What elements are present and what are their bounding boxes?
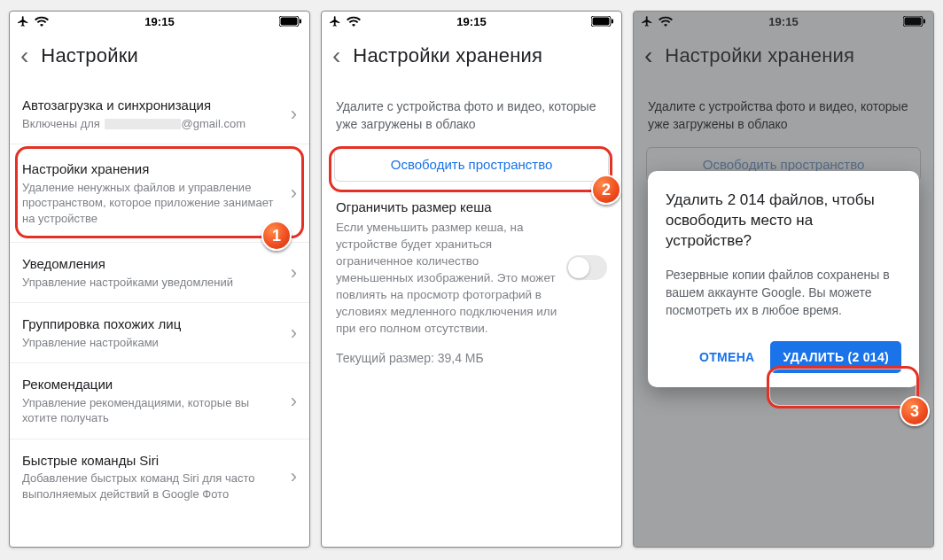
svg-rect-4: [592, 18, 609, 26]
item-face-grouping[interactable]: Группировка похожих лиц Управление настр…: [10, 303, 309, 363]
status-bar: 19:15: [322, 12, 621, 31]
item-sub: Включены для @gmail.com: [22, 116, 282, 132]
svg-rect-5: [612, 19, 613, 24]
item-storage-settings[interactable]: Настройки хранения Удаление ненужных фай…: [10, 144, 309, 243]
cache-limit-title: Ограничить размер кеша: [322, 199, 621, 218]
status-time: 19:15: [424, 15, 518, 28]
info-text: Удалите с устройства фото и видео, котор…: [322, 84, 621, 138]
delete-confirmation-dialog: Удалить 2 014 файлов, чтобы освободить м…: [648, 171, 919, 387]
airplane-icon: [329, 15, 341, 27]
settings-list: Автозагрузка и синхронизация Включены дл…: [10, 84, 309, 547]
screen-settings: 19:15 ‹ Настройки Автозагрузка и синхрон…: [9, 11, 310, 548]
airplane-icon: [17, 15, 29, 27]
chevron-right-icon: ›: [291, 465, 297, 488]
item-siri-shortcuts[interactable]: Быстрые команды Siri Добавление быстрых …: [10, 439, 309, 515]
item-sub: Добавление быстрых команд Siri для часто…: [22, 471, 282, 502]
screen-delete-dialog: 19:15 ‹ Настройки хранения Удалите с уст…: [633, 11, 934, 548]
wifi-icon: [35, 16, 49, 27]
item-sub: Удаление ненужных файлов и управление пр…: [22, 180, 282, 227]
chevron-right-icon: ›: [291, 322, 297, 345]
chevron-right-icon: ›: [291, 261, 297, 284]
dialog-body: Резервные копии файлов сохранены в вашем…: [666, 266, 901, 320]
cache-limit-switch[interactable]: [566, 255, 607, 280]
cache-limit-desc: Если уменьшить размер кеша, на устройств…: [336, 220, 557, 337]
battery-icon: [279, 16, 302, 27]
back-icon[interactable]: ‹: [332, 43, 340, 68]
item-recommendations[interactable]: Рекомендации Управление рекомендациями, …: [10, 363, 309, 439]
item-title: Быстрые команды Siri: [22, 452, 282, 470]
page-title: Настройки: [41, 44, 138, 67]
storage-content: Удалите с устройства фото и видео, котор…: [322, 84, 621, 547]
item-title: Настройки хранения: [22, 160, 282, 178]
status-time: 19:15: [112, 15, 207, 28]
item-sub: Управление настройками уведомлений: [22, 275, 282, 291]
free-space-button[interactable]: Освободить пространство: [334, 147, 609, 182]
svg-rect-1: [280, 18, 297, 26]
svg-rect-2: [300, 19, 301, 24]
chevron-right-icon: ›: [291, 103, 297, 126]
nav-header: ‹ Настройки хранения: [322, 31, 621, 84]
cache-limit-row: Если уменьшить размер кеша, на устройств…: [322, 218, 621, 346]
item-title: Уведомления: [22, 255, 282, 273]
dialog-title: Удалить 2 014 файлов, чтобы освободить м…: [666, 191, 901, 252]
item-title: Группировка похожих лиц: [22, 315, 282, 333]
page-title: Настройки хранения: [353, 44, 542, 67]
cancel-button[interactable]: ОТМЕНА: [694, 343, 760, 371]
screen-storage-settings: 19:15 ‹ Настройки хранения Удалите с уст…: [321, 11, 622, 548]
wifi-icon: [347, 16, 361, 27]
item-sub: Управление рекомендациями, которые вы хо…: [22, 395, 282, 426]
status-bar: 19:15: [10, 12, 309, 31]
back-icon[interactable]: ‹: [20, 43, 28, 68]
item-autosync[interactable]: Автозагрузка и синхронизация Включены дл…: [10, 84, 309, 144]
redacted-email: [105, 119, 181, 129]
item-sub: Управление настройками: [22, 335, 282, 351]
cache-current-size: Текущий размер: 39,4 МБ: [322, 346, 621, 370]
chevron-right-icon: ›: [291, 182, 297, 205]
item-notifications[interactable]: Уведомления Управление настройками уведо…: [10, 243, 309, 303]
delete-button[interactable]: УДАЛИТЬ (2 014): [770, 341, 901, 373]
chevron-right-icon: ›: [291, 390, 297, 413]
dialog-actions: ОТМЕНА УДАЛИТЬ (2 014): [666, 341, 901, 373]
nav-header: ‹ Настройки: [10, 31, 309, 84]
item-title: Рекомендации: [22, 376, 282, 393]
battery-icon: [591, 16, 614, 27]
item-title: Автозагрузка и синхронизация: [22, 97, 282, 114]
